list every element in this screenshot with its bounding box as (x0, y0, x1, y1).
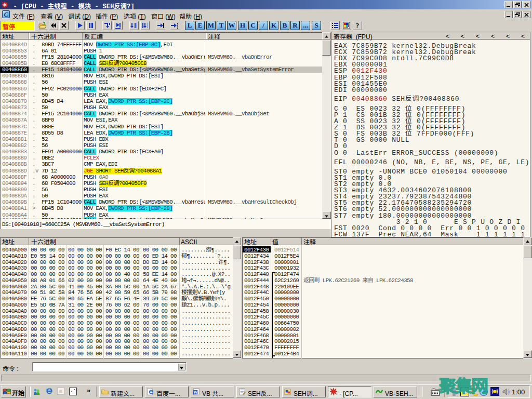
svg-text:W: W (193, 390, 197, 395)
